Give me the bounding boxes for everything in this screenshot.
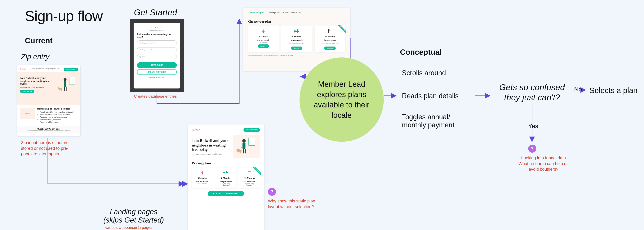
plan-3mo[interactable]: 3 Months $16 per month Pay $48 today SEL… bbox=[248, 26, 279, 53]
select-button[interactable]: SELECT bbox=[324, 47, 336, 50]
svg-rect-12 bbox=[328, 29, 328, 33]
land-cta-big[interactable]: GET STARTED WITH RIDWELL bbox=[208, 191, 244, 196]
svg-rect-24 bbox=[248, 171, 248, 175]
tab-confirm[interactable]: Confirm membership bbox=[283, 12, 301, 15]
mock-landing-page: Ridwell GET STARTED Join Ridwell and you… bbox=[188, 124, 264, 230]
zip-hero-cta[interactable]: GET STARTED bbox=[20, 90, 34, 93]
person-dog-illustration bbox=[233, 135, 260, 158]
svg-rect-17 bbox=[244, 149, 246, 153]
gs-headline: Let's make sure we're in your area! bbox=[137, 33, 177, 39]
gs-email[interactable]: What's your email? bbox=[137, 47, 177, 52]
popular-badge: MOST POPULAR bbox=[250, 167, 261, 177]
svg-rect-16 bbox=[243, 149, 244, 153]
land-plan-12mo: MOST POPULAR 12 Months $12 per month Pay… bbox=[239, 168, 260, 188]
svg-point-8 bbox=[58, 87, 60, 89]
svg-point-14 bbox=[242, 139, 246, 142]
question-icon: ? bbox=[528, 145, 536, 153]
svg-rect-3 bbox=[64, 87, 65, 91]
diagram-title: Sign-up flow bbox=[25, 8, 102, 24]
section-current: Current bbox=[25, 36, 52, 45]
node-toggles: Toggles annual/ monthly payment bbox=[402, 113, 454, 129]
question-icon: ? bbox=[268, 188, 276, 196]
branch-yes: Yes bbox=[528, 123, 538, 130]
tree-icon bbox=[250, 28, 277, 34]
tab-choose[interactable]: Choose your plan bbox=[248, 12, 264, 15]
select-button[interactable]: SELECT bbox=[258, 45, 269, 48]
plan-tabs: Choose your plan Create profile Confirm … bbox=[248, 12, 345, 17]
svg-line-22 bbox=[238, 147, 242, 150]
plan-footnote: All subscriptions switch to month-to-mon… bbox=[248, 55, 345, 56]
land-logo: Ridwell bbox=[192, 128, 202, 132]
plan-title: Choose your plan bbox=[248, 20, 345, 23]
mock-get-started: Ridwell Waste less. Live more. Let's mak… bbox=[130, 19, 184, 92]
nav-items: Pricing How it works Pickup categories G… bbox=[31, 68, 59, 69]
gs-tagline: Waste less. Live more. bbox=[150, 30, 164, 31]
svg-rect-20 bbox=[240, 151, 241, 153]
note-funnel: Looking into funnel data What research c… bbox=[513, 155, 574, 172]
note-gs: Creates database entries bbox=[134, 94, 177, 99]
svg-rect-11 bbox=[297, 32, 298, 33]
node-confused: Gets so confused they just can't? bbox=[494, 82, 570, 103]
note-landing: various Unbounce(?) pages bbox=[105, 225, 152, 230]
section-conceptual: Conceptual bbox=[400, 48, 442, 57]
land-plan-6mo: 6 Months $14 per month Pay $84 today Sav… bbox=[215, 168, 236, 188]
land-sub: Here's the pricing for your neighborhood bbox=[192, 153, 231, 155]
svg-rect-23 bbox=[202, 173, 203, 174]
gs-test-button[interactable]: CREATE TEST USER bbox=[137, 69, 177, 75]
note-zip: Zip input here is either not stored or n… bbox=[21, 140, 78, 157]
svg-point-21 bbox=[236, 149, 238, 151]
svg-rect-2 bbox=[64, 81, 66, 87]
trees-icon bbox=[217, 170, 235, 176]
zip-foot-sub: Don't consider our membership final with… bbox=[19, 130, 79, 131]
land-cta-top[interactable]: GET STARTED bbox=[244, 128, 260, 132]
svg-rect-10 bbox=[294, 32, 295, 33]
branch-no: No bbox=[574, 86, 582, 93]
best-value-badge: BEST VALUE bbox=[336, 25, 346, 36]
node-selects: Selects a plan bbox=[590, 86, 638, 95]
land-plan-3mo: 3 Months $16 per month Pay $48 today bbox=[192, 168, 213, 188]
gs-first-name[interactable]: What's your first name? bbox=[137, 40, 177, 45]
gs-notready-link[interactable]: I'M NOT READY YET bbox=[148, 77, 165, 79]
plan-6mo[interactable]: 6 Months $14 per month Pay $84 today Sav… bbox=[281, 26, 312, 53]
svg-rect-6 bbox=[59, 89, 59, 91]
svg-rect-4 bbox=[66, 87, 66, 91]
tree-icon bbox=[193, 170, 211, 176]
includes-title: Membership to Ridwell Includes: bbox=[37, 108, 78, 110]
svg-rect-13 bbox=[248, 138, 255, 146]
zip-sub: Here's the pricing for your neighborhood bbox=[20, 87, 57, 88]
svg-rect-15 bbox=[242, 142, 245, 149]
logo: Ridwell bbox=[20, 68, 26, 70]
land-headline: Join Ridwell and your neighbors in wasti… bbox=[192, 138, 231, 152]
node-zip-entry-label: Zip entry bbox=[21, 53, 50, 61]
node-member-lead-circle: Member Lead explores plans available to … bbox=[300, 58, 384, 142]
svg-rect-9 bbox=[263, 32, 264, 33]
select-button[interactable]: SELECT bbox=[291, 47, 302, 50]
svg-rect-7 bbox=[61, 89, 62, 91]
zip-foot: Questions? We can help! bbox=[37, 128, 60, 130]
svg-point-1 bbox=[64, 78, 66, 81]
node-reads: Reads plan details bbox=[402, 92, 458, 100]
svg-rect-0 bbox=[69, 77, 75, 84]
node-get-started-label: Get Started bbox=[134, 8, 177, 17]
node-landing-label: Landing pages (skips Get Started) bbox=[103, 208, 164, 224]
tab-profile[interactable]: Create profile bbox=[268, 12, 280, 15]
node-scrolls: Scrolls around bbox=[402, 69, 446, 77]
zip-headline: Join Ridwell and your neighbors in wasti… bbox=[20, 77, 57, 86]
mock-zip-landing: Ridwell Pricing How it works Pickup cate… bbox=[17, 65, 80, 136]
land-pricing-title: Pricing plans bbox=[192, 161, 260, 165]
includes-list: A pretty object for your porch that hold… bbox=[37, 111, 78, 123]
trees-icon bbox=[283, 28, 310, 34]
plan-12mo[interactable]: BEST VALUE 12 Months $12 per month Pay $… bbox=[315, 26, 345, 53]
person-dog-illustration bbox=[57, 75, 78, 96]
gs-zip[interactable]: Zip Code bbox=[137, 54, 177, 59]
note-plan-static: Why show this static plan layout without… bbox=[268, 198, 318, 209]
nav-cta[interactable]: GET STARTED bbox=[64, 68, 78, 71]
svg-rect-19 bbox=[238, 151, 238, 153]
gs-submit-button[interactable]: LET'S DO IT! bbox=[137, 62, 177, 68]
gs-logo: Ridwell bbox=[153, 26, 161, 29]
